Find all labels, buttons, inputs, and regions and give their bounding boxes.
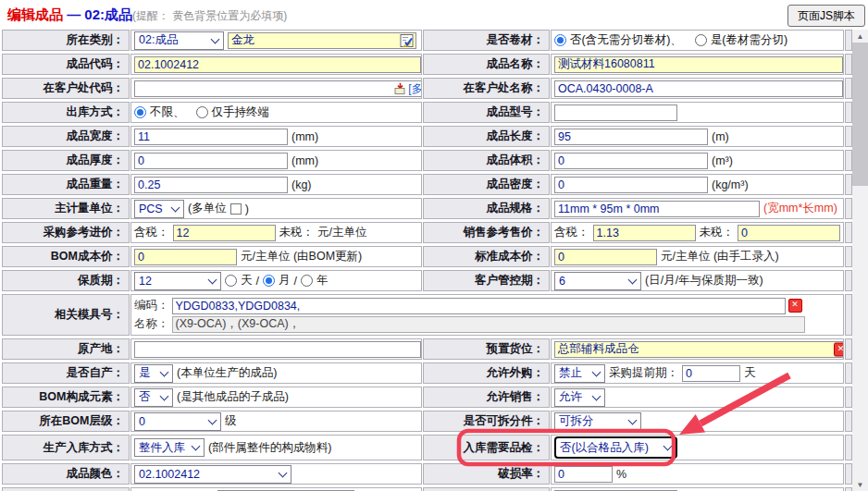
model-input[interactable]: [554, 104, 677, 121]
import-icon[interactable]: [394, 82, 406, 94]
thickness-input[interactable]: [134, 153, 288, 169]
allow-purchase-select[interactable]: 禁止: [554, 364, 605, 383]
damage-rate-input[interactable]: [554, 466, 613, 483]
scroll-down-arrow-icon[interactable]: ▼: [852, 478, 868, 491]
customer-control-select[interactable]: 6: [554, 272, 641, 290]
picker-icon[interactable]: [400, 33, 414, 47]
vertical-scrollbar[interactable]: ▲ ▼: [852, 30, 868, 491]
chevron-down-icon: [208, 275, 217, 284]
outbound-handheld-radio[interactable]: [196, 106, 208, 118]
chevron-down-icon: [211, 34, 220, 43]
main-unit-select[interactable]: PCS: [134, 200, 184, 218]
bom-element-select[interactable]: 否: [134, 388, 173, 407]
sale-tax-price-input[interactable]: [593, 225, 696, 241]
spec-input[interactable]: [554, 201, 760, 217]
purchase-tax-price-input[interactable]: [173, 225, 276, 241]
customer-code-input[interactable]: [134, 80, 422, 97]
label-shelf-life: 保质期：: [2, 270, 130, 291]
shelf-life-select[interactable]: 12: [134, 272, 221, 290]
label-purchase-price: 采购参考进价：: [2, 222, 130, 243]
label-is-roll: 是否卷材：: [423, 30, 550, 51]
mold-code-input[interactable]: [172, 298, 786, 314]
shelf-day-radio[interactable]: [225, 275, 237, 287]
chevron-down-icon: [592, 367, 601, 376]
outbound-unlimited-radio[interactable]: [134, 106, 146, 118]
label-bom-level: 所在BOM层级：: [2, 411, 130, 432]
weight-input[interactable]: [134, 177, 288, 193]
preset-location-input[interactable]: [554, 341, 844, 358]
label-product-code: 成品代码：: [2, 54, 130, 75]
label-density: 成品密度：: [423, 174, 550, 195]
std-cost-input[interactable]: [554, 249, 657, 265]
label-preset-location: 预置货位：: [423, 338, 550, 360]
label-std-cost: 标准成本价：: [423, 246, 550, 267]
category-select[interactable]: 02:成品: [134, 31, 224, 50]
multi-unit-checkbox[interactable]: [230, 203, 242, 215]
label-model: 成品型号：: [423, 102, 550, 123]
length-input[interactable]: [554, 129, 708, 145]
title-sub: 02:成品: [84, 6, 132, 22]
chevron-down-icon: [628, 415, 638, 424]
mold-name-input: [172, 316, 805, 333]
label-inbound-qc: 入库需要品检：: [423, 435, 550, 460]
label-color: 成品颜色：: [2, 463, 130, 485]
bom-cost-input[interactable]: [134, 249, 237, 265]
shelf-year-radio[interactable]: [301, 275, 313, 287]
title-dash: —: [63, 6, 84, 22]
chevron-down-icon: [208, 415, 217, 424]
label-bom-element: BOM构成元素：: [2, 387, 130, 408]
label-production-inbound: 生产入库方式：: [2, 435, 130, 460]
label-customer-name: 在客户处名称：: [423, 78, 550, 99]
label-origin: 原产地：: [2, 338, 130, 360]
chevron-down-icon: [192, 442, 201, 451]
label-bom-cost: BOM成本价：: [2, 246, 130, 267]
chevron-down-icon: [628, 275, 638, 284]
density-input[interactable]: [554, 177, 708, 193]
shelf-month-radio[interactable]: [263, 275, 275, 287]
chevron-down-icon: [663, 442, 673, 451]
page-header: 编辑成品 — 02:成品(提醒： 黄色背景位置为必填项) 页面JS脚本: [0, 0, 868, 29]
product-code-input[interactable]: [134, 56, 421, 73]
page-js-script-button[interactable]: 页面JS脚本: [787, 5, 865, 27]
production-inbound-select[interactable]: 整件入库: [134, 438, 205, 457]
label-outbound-mode: 出库方式：: [2, 102, 130, 123]
field-category: 02:成品: [130, 30, 422, 51]
splittable-select[interactable]: 可拆分: [554, 412, 641, 431]
scrollbar-thumb[interactable]: [852, 43, 868, 186]
multi-select-link[interactable]: [多]: [408, 80, 422, 96]
chevron-down-icon: [171, 203, 180, 212]
clear-location-button[interactable]: ✕: [834, 342, 844, 356]
roll-no-radio[interactable]: [554, 34, 566, 46]
label-main-unit: 主计量单位：: [2, 198, 130, 219]
roll-yes-radio[interactable]: [695, 34, 707, 46]
origin-input[interactable]: [134, 341, 421, 358]
scroll-up-arrow-icon[interactable]: ▲: [852, 30, 868, 43]
label-allow-sale: 允许销售：: [423, 387, 550, 408]
sale-notax-price-input[interactable]: [738, 225, 840, 241]
purchase-lead-time-input[interactable]: [682, 365, 740, 382]
bom-level-select[interactable]: 0: [134, 412, 221, 431]
label-customer-code: 在客户处代码：: [2, 78, 130, 99]
chevron-down-icon: [279, 468, 288, 477]
width-input[interactable]: [134, 129, 288, 145]
label-damage-rate: 破损率：: [423, 463, 550, 485]
chevron-down-icon: [592, 391, 601, 400]
self-made-select[interactable]: 是: [134, 364, 173, 383]
customer-name-input[interactable]: [554, 80, 843, 97]
allow-sale-select[interactable]: 允许: [554, 388, 605, 407]
clear-mold-button[interactable]: ✕: [788, 299, 802, 313]
label-volume: 成品体积：: [423, 150, 550, 171]
label-customer-control: 客户管控期：: [423, 270, 550, 291]
label-sale-price: 销售参考售价：: [423, 222, 550, 243]
product-form: 所在类别： 02:成品 是否卷材： 否(含无需分切卷材)、 是(卷材需分切) 成…: [2, 30, 852, 491]
volume-input[interactable]: [554, 153, 708, 169]
label-mold: 相关模具号：: [2, 294, 130, 336]
category-value-input[interactable]: [228, 32, 416, 49]
product-name-input[interactable]: [554, 56, 843, 73]
inbound-qc-select[interactable]: 否(以合格品入库): [554, 436, 677, 459]
label-spec: 成品规格：: [423, 198, 550, 219]
title-main: 编辑成品: [7, 6, 63, 22]
label-width: 成品宽度：: [2, 126, 130, 147]
color-select[interactable]: 02.1002412: [134, 465, 291, 484]
chevron-down-icon: [160, 367, 169, 376]
